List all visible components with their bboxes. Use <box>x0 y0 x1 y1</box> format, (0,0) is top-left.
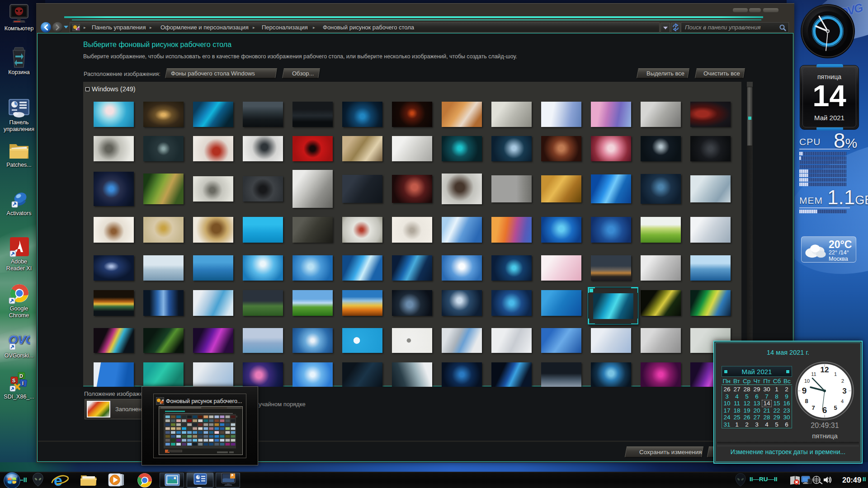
svg-text:D: D <box>19 373 23 379</box>
svg-text:1: 1 <box>834 371 837 377</box>
svg-text:3: 3 <box>842 387 846 395</box>
svg-text:2: 2 <box>841 378 844 384</box>
svg-text:4: 4 <box>841 399 844 404</box>
svg-text:S: S <box>12 378 15 383</box>
svg-text:8: 8 <box>805 398 808 404</box>
svg-text:7: 7 <box>811 404 815 411</box>
svg-text:e: e <box>54 472 62 488</box>
svg-text:5: 5 <box>834 404 837 411</box>
svg-text:I: I <box>22 380 24 386</box>
svg-text:9: 9 <box>802 386 807 395</box>
svg-text:11: 11 <box>811 371 816 377</box>
svg-text:10: 10 <box>804 378 810 384</box>
